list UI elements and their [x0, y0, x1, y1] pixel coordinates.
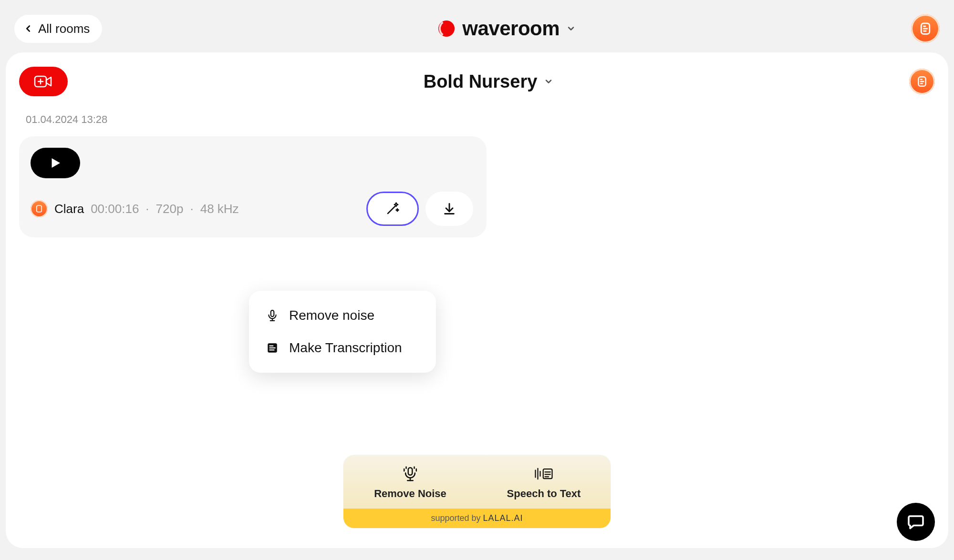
supported-brand: LALAL.AI	[483, 513, 523, 523]
clip-resolution: 720p	[156, 202, 184, 216]
svg-rect-15	[408, 468, 413, 475]
avatar-glyph-icon	[35, 204, 43, 213]
top-bar: All rooms waveroom	[0, 0, 954, 52]
menu-item-remove-noise[interactable]: Remove noise	[254, 299, 431, 332]
meta-dot: ·	[190, 202, 193, 216]
play-icon	[48, 156, 62, 170]
toolbar-supported-by: supported by LALAL.AI	[343, 509, 611, 528]
chat-icon	[907, 513, 924, 530]
recording-card: Clara 00:00:16 · 720p · 48 kHz	[19, 136, 487, 237]
room-avatar[interactable]	[909, 69, 935, 94]
speech-text-icon	[534, 466, 553, 482]
room-header: Bold Nursery	[19, 67, 935, 96]
toolbar-label: Speech to Text	[507, 488, 581, 500]
clip-duration: 00:00:16	[91, 202, 139, 216]
avatar-glyph-icon	[916, 75, 928, 88]
toolbar-label: Remove Noise	[374, 488, 446, 500]
chat-widget-button[interactable]	[897, 503, 935, 541]
all-rooms-button[interactable]: All rooms	[14, 15, 102, 43]
svg-rect-14	[270, 349, 275, 350]
magic-wand-icon	[385, 202, 400, 216]
toolbar-remove-noise[interactable]: Remove Noise	[343, 466, 477, 500]
meta-dot: ·	[145, 202, 149, 216]
clip-actions	[366, 192, 473, 226]
menu-item-label: Remove noise	[289, 308, 374, 323]
record-video-icon	[34, 74, 53, 89]
chevron-down-icon	[544, 77, 553, 86]
clip-meta-row: Clara 00:00:16 · 720p · 48 kHz	[31, 192, 473, 226]
toolbar-speech-to-text[interactable]: Speech to Text	[477, 466, 611, 500]
magic-actions-button[interactable]	[366, 192, 419, 226]
all-rooms-label: All rooms	[38, 21, 90, 36]
download-button[interactable]	[425, 192, 473, 226]
main-panel: Bold Nursery 01.04.2024 13:28 Clara 00:0…	[6, 52, 948, 548]
mic-icon	[266, 309, 279, 322]
record-button[interactable]	[19, 67, 68, 96]
session-timestamp: 01.04.2024 13:28	[26, 113, 935, 126]
chevron-down-icon	[566, 24, 576, 33]
svg-marker-4	[52, 158, 61, 168]
room-title-dropdown[interactable]: Bold Nursery	[424, 71, 554, 92]
svg-rect-13	[270, 347, 276, 348]
svg-rect-8	[271, 310, 274, 316]
waveroom-logo-icon	[437, 20, 456, 38]
clip-avatar	[31, 200, 48, 217]
play-button[interactable]	[31, 148, 80, 178]
brand-name: waveroom	[462, 17, 560, 40]
avatar-glyph-icon	[918, 21, 933, 36]
svg-line-5	[388, 206, 395, 214]
menu-item-make-transcription[interactable]: Make Transcription	[254, 332, 431, 364]
ai-tools-toolbar: Remove Noise Speech to Text supported by…	[343, 455, 611, 528]
svg-point-0	[438, 20, 455, 37]
download-icon	[443, 202, 456, 215]
supported-by-text: supported by	[431, 513, 483, 523]
clip-name: Clara	[54, 202, 84, 216]
magic-actions-menu: Remove noise Make Transcription	[249, 291, 436, 373]
room-title: Bold Nursery	[424, 71, 538, 92]
user-avatar[interactable]	[911, 14, 940, 43]
mic-noise-icon	[402, 466, 418, 482]
svg-rect-12	[270, 346, 274, 346]
clip-samplerate: 48 kHz	[200, 202, 239, 216]
transcript-icon	[266, 342, 279, 354]
menu-item-label: Make Transcription	[289, 340, 402, 356]
brand-dropdown[interactable]: waveroom	[437, 17, 576, 40]
chevron-left-icon	[23, 23, 33, 34]
